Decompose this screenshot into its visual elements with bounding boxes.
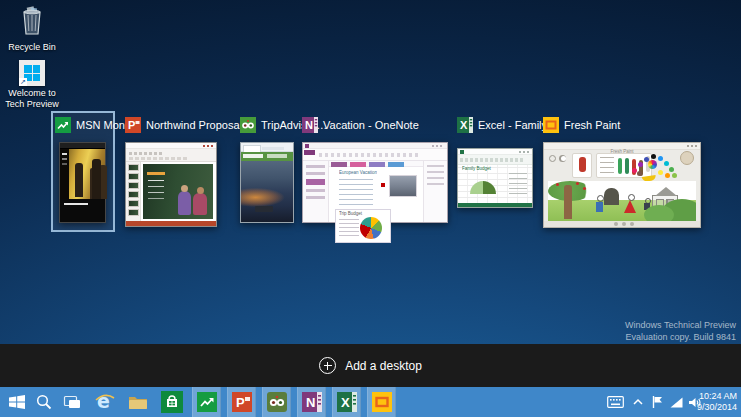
- onenote-page-title: European Vacation: [339, 170, 377, 175]
- fresh-paint-icon: [543, 117, 559, 133]
- ppt-photo-person-1: [178, 191, 191, 215]
- thumbnail-fresh-paint[interactable]: Fresh Paint: [543, 142, 701, 228]
- task-view-icon: [62, 393, 82, 411]
- freshpaint-paint-cup: [680, 151, 694, 165]
- onenote-pie-chart: [360, 217, 382, 239]
- taskbar-msn-money[interactable]: [192, 387, 221, 417]
- desktop-task-view: Recycle Bin ↗ Welcome to Tech Preview Wi…: [0, 0, 741, 417]
- excel-grid: Family Budget: [458, 165, 532, 203]
- task-view-bottom-bar: Add a desktop: [0, 344, 741, 387]
- drawing-figure-boy: [596, 195, 603, 213]
- freshpaint-palette-dots: [632, 154, 678, 178]
- onenote-ribbon: [303, 149, 447, 161]
- internet-explorer-icon: e: [94, 391, 116, 413]
- tripadvisor-photo: [241, 161, 293, 222]
- drawing-figure-woman: [624, 194, 637, 214]
- taskbar-tripadvisor[interactable]: [262, 387, 291, 417]
- task-view-button[interactable]: [59, 387, 85, 417]
- desktop-icon-welcome[interactable]: ↗ Welcome to Tech Preview: [1, 60, 63, 110]
- search-button[interactable]: [31, 387, 57, 417]
- powerpoint-icon: P: [232, 392, 252, 412]
- desktop-icon-recycle-bin[interactable]: Recycle Bin: [1, 6, 63, 53]
- onenote-icon: N: [302, 392, 322, 412]
- tripadvisor-icon: [240, 117, 256, 133]
- svg-text:P: P: [236, 395, 245, 410]
- svg-text:e: e: [97, 391, 110, 412]
- excel-number-column: [509, 173, 527, 197]
- action-center-button[interactable]: [648, 387, 667, 417]
- excel-icon: X: [457, 117, 473, 133]
- onenote-box-title: Trip Budget: [339, 211, 362, 216]
- svg-text:X: X: [460, 119, 468, 131]
- show-hidden-icons-button[interactable]: [628, 387, 647, 417]
- window-label-fresh-paint[interactable]: Fresh Paint: [543, 117, 620, 133]
- onenote-bullet-list: [339, 179, 373, 205]
- onenote-budget-box: Trip Budget: [335, 209, 391, 243]
- window-title: Vacation - OneNote: [323, 119, 419, 131]
- chevron-up-icon: [632, 397, 644, 407]
- drawing-tree-trunk: [564, 185, 572, 219]
- svg-text:N: N: [306, 395, 315, 410]
- keyboard-icon: [607, 396, 624, 408]
- add-desktop-label: Add a desktop: [345, 359, 422, 373]
- onenote-right-panel: [423, 161, 447, 222]
- freshpaint-bottom-bar: [544, 221, 700, 227]
- freshpaint-canvas: [548, 181, 696, 221]
- start-button[interactable]: [4, 387, 30, 417]
- taskbar-powerpoint[interactable]: P: [227, 387, 256, 417]
- thumbnail-excel[interactable]: Family Budget: [457, 148, 533, 208]
- window-label-msn-money[interactable]: MSN Mon…: [55, 117, 136, 133]
- svg-text:P: P: [128, 119, 135, 131]
- watermark-line1: Windows Technical Preview: [625, 319, 736, 331]
- thumbnail-onenote[interactable]: European Vacation Trip Budget: [302, 142, 448, 223]
- taskbar-onenote[interactable]: N: [297, 387, 326, 417]
- excel-chart-title: Family Budget: [462, 166, 491, 171]
- internet-explorer-button[interactable]: e: [92, 387, 118, 417]
- ppt-slide: [143, 164, 213, 219]
- msn-ticker-area: [60, 199, 105, 222]
- thumbnail-tripadvisor[interactable]: [240, 142, 294, 223]
- onenote-icon: N: [302, 117, 318, 133]
- thumbnail-msn-money[interactable]: [59, 142, 106, 223]
- window-label-powerpoint[interactable]: P Northwind Proposa…: [125, 117, 251, 133]
- window-label-onenote[interactable]: N Vacation - OneNote: [302, 117, 419, 133]
- store-icon: [161, 391, 183, 413]
- excel-icon: X: [337, 392, 357, 412]
- welcome-tile-icon: ↗: [19, 60, 45, 86]
- clock-time: 10:24 AM: [697, 391, 737, 402]
- excel-status-bar: [458, 203, 532, 207]
- file-explorer-button[interactable]: [125, 387, 151, 417]
- drawing-bushes: [662, 199, 696, 221]
- browser-chrome: [241, 143, 293, 152]
- tripadvisor-header: [241, 152, 293, 161]
- add-desktop-button[interactable]: Add a desktop: [319, 357, 422, 374]
- freshpaint-color-panel: [572, 153, 592, 178]
- onenote-red-icon: [381, 183, 385, 187]
- freshpaint-titlebar: Fresh Paint: [544, 143, 700, 150]
- excel-gauge-chart: [470, 181, 496, 194]
- msn-photo-area: [69, 149, 105, 201]
- ppt-photo-person-2: [193, 193, 207, 215]
- taskbar-excel[interactable]: X: [332, 387, 361, 417]
- thumbnail-powerpoint[interactable]: [125, 142, 217, 227]
- ppt-slide-pane: [126, 162, 141, 221]
- watermark-line2: Evaluation copy. Build 9841: [625, 331, 736, 343]
- taskbar-clock[interactable]: 10:24 AM 9/30/2014: [697, 387, 737, 417]
- recycle-bin-icon: [19, 6, 45, 36]
- network-button[interactable]: [667, 387, 686, 417]
- taskbar-fresh-paint[interactable]: [367, 387, 396, 417]
- recycle-bin-label: Recycle Bin: [1, 42, 63, 53]
- touch-keyboard-button[interactable]: [606, 387, 625, 417]
- msn-money-icon: [55, 117, 71, 133]
- excel-ribbon: [458, 155, 532, 165]
- onenote-page: European Vacation Trip Budget: [329, 167, 423, 219]
- taskbar: e P: [0, 387, 741, 417]
- ppt-ribbon: [126, 149, 216, 162]
- svg-text:X: X: [341, 395, 350, 410]
- store-button[interactable]: [159, 387, 185, 417]
- network-signal-icon: [669, 396, 684, 409]
- onenote-sidebar: [303, 161, 329, 222]
- freshpaint-toolbar-buttons: [549, 155, 556, 162]
- ppt-status-bar: [126, 221, 216, 226]
- freshpaint-color-wheel: [648, 160, 657, 169]
